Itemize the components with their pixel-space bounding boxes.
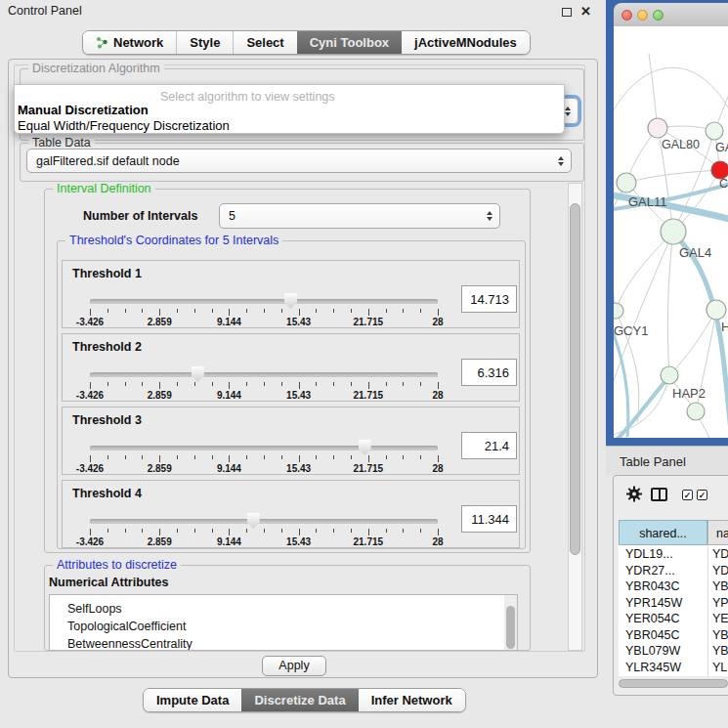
table-horizontal-scrollbar-thumb[interactable]	[619, 679, 728, 688]
threshold-slider-track[interactable]	[90, 519, 438, 524]
network-node[interactable]	[614, 303, 623, 319]
table-row[interactable]: YER054CYER0	[619, 611, 728, 627]
threshold-value-field[interactable]: 21.4	[461, 432, 517, 459]
threshold-label: Threshold 1	[72, 267, 142, 280]
tab-label: Style	[190, 31, 220, 54]
slider-tick	[194, 529, 195, 533]
mode-tab-impute-data[interactable]: Impute Data	[144, 689, 241, 711]
table-cell-name: YBR0	[707, 627, 728, 644]
slider-tick	[403, 382, 404, 386]
mode-tab-infer-network[interactable]: Infer Network	[359, 689, 465, 711]
slider-tick-label: 28	[416, 536, 459, 547]
number-of-intervals-combobox[interactable]: 5	[219, 203, 500, 229]
slider-tick	[142, 455, 143, 459]
table-row[interactable]: YPR145WYPR1	[619, 595, 728, 612]
slider-tick-label: -3.426	[68, 463, 111, 474]
tab-style[interactable]: Style	[177, 31, 233, 54]
network-node-label: GCY1	[614, 323, 648, 338]
column-header-name[interactable]: name	[707, 520, 728, 545]
slider-tick-label: 21.715	[347, 317, 390, 327]
network-window-titlebar[interactable]	[614, 3, 728, 27]
threshold-panel: Threshold 1-3.4262.8599.14415.4321.71528…	[62, 260, 520, 328]
apply-button[interactable]: Apply	[262, 656, 326, 676]
network-edge[interactable]	[626, 170, 720, 183]
numerical-attributes-label: Numerical Attributes	[49, 576, 168, 589]
checked-checkbox-icon[interactable]: ✓	[682, 490, 693, 500]
network-edge[interactable]	[614, 67, 728, 120]
table-row[interactable]: YBR043CYBR0	[619, 578, 728, 595]
slider-tick	[107, 455, 108, 459]
network-edge[interactable]	[667, 232, 673, 375]
threshold-slider-thumb[interactable]	[192, 366, 204, 382]
table-row[interactable]: YBL079WYBL0	[619, 643, 728, 660]
table-row[interactable]: YBR045CYBR0	[619, 627, 728, 644]
float-icon[interactable]	[562, 8, 572, 17]
table-row[interactable]: YDR27...YDR2	[619, 563, 728, 579]
table-data-combobox[interactable]: galFiltered.sif default node	[26, 149, 572, 173]
panel-vertical-scrollbar-thumb[interactable]	[570, 203, 580, 555]
table-cell-name: YER0	[707, 611, 728, 627]
network-node[interactable]	[661, 219, 686, 244]
tab-network[interactable]: Network	[83, 31, 176, 54]
algorithm-option[interactable]: Equal Width/Frequency Discretization	[15, 118, 562, 134]
network-edge[interactable]	[649, 54, 658, 128]
slider-tick	[246, 455, 247, 459]
slider-tick	[264, 529, 265, 533]
mode-tab-discretize-data[interactable]: Discretize Data	[241, 689, 358, 711]
threshold-value-field[interactable]: 14.713	[461, 285, 517, 313]
table-row[interactable]: YDL19...YDL1	[619, 546, 728, 563]
network-canvas[interactable]: GAL80GACGAL11GAL4GCY1HHAP2	[614, 26, 728, 438]
attribute-list-item[interactable]: SelfLoops	[67, 602, 122, 616]
network-node[interactable]	[648, 118, 667, 138]
table-data-combobox-value: galFiltered.sif default node	[36, 154, 180, 168]
minimize-traffic-light[interactable]	[637, 10, 648, 21]
close-traffic-light[interactable]	[621, 10, 632, 21]
table-cell-shared-name: YPR145W	[619, 595, 707, 612]
table-row[interactable]: YLR345WYLR3	[619, 660, 728, 676]
slider-tick	[125, 529, 126, 533]
network-edge[interactable]	[614, 251, 616, 311]
tab-select[interactable]: Select	[234, 31, 296, 54]
network-node[interactable]	[687, 403, 705, 420]
tab-cyni-toolbox[interactable]: Cyni Toolbox	[297, 31, 402, 54]
algorithm-option[interactable]: Manual Discretization	[15, 103, 562, 118]
threshold-value-field[interactable]: 11.344	[461, 505, 517, 533]
column-header-shared-name[interactable]: shared...	[619, 520, 707, 545]
slider-tick	[142, 309, 143, 313]
network-node[interactable]	[706, 122, 723, 140]
network-edge[interactable]	[669, 310, 716, 375]
attributes-group-title: Attributes to discretize	[53, 558, 181, 572]
threshold-value-field[interactable]: 6.316	[461, 359, 517, 386]
threshold-slider-track[interactable]	[90, 299, 438, 304]
gear-icon[interactable]	[625, 486, 643, 506]
threshold-slider-track[interactable]	[90, 446, 438, 450]
network-node[interactable]	[617, 173, 636, 193]
attributes-list-scrollbar-thumb[interactable]	[506, 606, 515, 649]
slider-tick	[177, 382, 178, 386]
threshold-slider-thumb[interactable]	[284, 293, 297, 309]
slider-tick	[281, 309, 282, 313]
network-node-label: GA	[715, 141, 728, 154]
network-node-label: H	[721, 320, 728, 334]
table-data-title: Table Data	[28, 136, 95, 150]
split-columns-icon[interactable]	[651, 488, 667, 501]
threshold-slider-thumb[interactable]	[359, 440, 371, 455]
threshold-slider-thumb[interactable]	[247, 513, 260, 529]
threshold-slider-track[interactable]	[90, 372, 438, 377]
cyni-mode-tabs: Impute DataDiscretize DataInfer Network	[143, 688, 466, 712]
network-edge[interactable]	[614, 377, 669, 438]
network-node[interactable]	[707, 300, 726, 320]
algorithm-popup: Select algorithm to view settings Manual…	[14, 84, 565, 134]
algorithm-popup-options: Manual DiscretizationEqual Width/Frequen…	[15, 103, 562, 134]
attribute-list-item[interactable]: TopologicalCoefficient	[67, 620, 186, 633]
checked-checkbox-icon[interactable]: ✓	[697, 490, 707, 500]
close-icon[interactable]: ✕	[580, 4, 591, 19]
network-graph[interactable]: GAL80GACGAL11GAL4GCY1HHAP2	[614, 26, 728, 438]
slider-tick	[125, 455, 126, 459]
slider-tick	[212, 455, 213, 459]
slider-tick	[368, 455, 369, 462]
tab-jactivemnodules[interactable]: jActiveMNodules	[402, 31, 530, 54]
network-node[interactable]	[661, 366, 678, 384]
zoom-traffic-light[interactable]	[653, 10, 664, 21]
attribute-list-item[interactable]: BetweennessCentrality	[67, 637, 193, 651]
